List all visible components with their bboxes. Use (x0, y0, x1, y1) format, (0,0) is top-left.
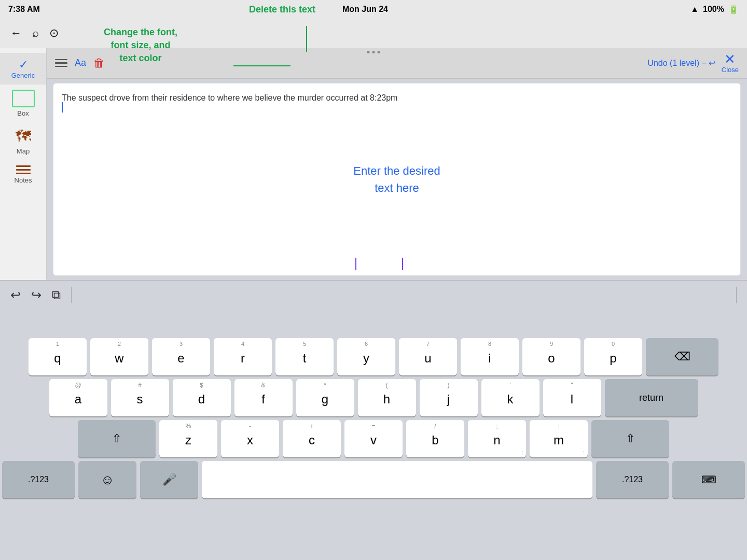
hamburger-line-1 (55, 59, 67, 61)
note-toolbar-left: Aa 🗑 (55, 57, 105, 70)
key-g[interactable]: *g (296, 379, 354, 416)
key-u[interactable]: 7u (399, 338, 457, 375)
dot-1 (367, 51, 370, 53)
key-d[interactable]: $d (173, 379, 231, 416)
sidebar-item-box-label: Box (17, 109, 29, 117)
key-b[interactable]: /b (406, 420, 464, 457)
keyboard-row-1: 1q2w3e4r5t6y7u8i9o0p⌫ (0, 338, 747, 375)
note-existing-text: The suspect drove from their residence t… (62, 92, 732, 104)
box-icon (12, 90, 35, 107)
note-toolbar: Aa 🗑 Undo (1 level) − ↩ ✕ Close (47, 48, 747, 79)
key-m[interactable]: :m: (530, 420, 588, 457)
sidebar-item-map-label: Map (17, 147, 30, 155)
notes-icon (16, 165, 31, 174)
close-button[interactable]: ✕ Close (722, 52, 739, 74)
key-l[interactable]: "l (543, 379, 601, 416)
key-a[interactable]: @a (49, 379, 107, 416)
font-format-button[interactable]: Aa (75, 58, 86, 68)
hamburger-line-2 (55, 62, 67, 64)
undo-button[interactable]: Undo (1 level) − ↩ (647, 58, 715, 68)
shift-left-key[interactable]: ⇧ (78, 420, 156, 457)
note-toolbar-right: Undo (1 level) − ↩ ✕ Close (647, 52, 739, 74)
return-key[interactable]: return (605, 379, 698, 416)
key-r[interactable]: 4r (214, 338, 272, 375)
wifi-icon: ▲ (690, 5, 699, 14)
delete-note-button[interactable]: 🗑 (93, 57, 105, 70)
close-x-icon: ✕ (724, 52, 736, 66)
sidebar-item-map[interactable]: 🗺 Map (0, 122, 46, 160)
delete-key[interactable]: ⌫ (646, 338, 718, 375)
hamburger-button[interactable] (55, 59, 67, 67)
kb-toolbar-divider-2 (736, 287, 737, 303)
undo-icon: ↩ (709, 58, 715, 68)
sidebar-item-box[interactable]: Box (0, 85, 46, 122)
key-f[interactable]: &f (234, 379, 293, 416)
key-i[interactable]: 8i (461, 338, 519, 375)
note-placeholder-text: Enter the desiredtext here (353, 162, 440, 197)
numbers-key-left[interactable]: .?123 (2, 461, 75, 498)
battery-icon: 🔋 (728, 5, 739, 15)
kb-undo-button[interactable]: ↩ (10, 288, 21, 302)
status-bar: 7:38 AM Mon Jun 24 ▲ 100% 🔋 (0, 0, 747, 19)
undo-label: Undo (1 level) − (647, 59, 706, 68)
map-icon: 🗺 (16, 128, 31, 145)
note-content-area[interactable]: The suspect drove from their residence t… (53, 83, 741, 276)
battery-percent: 100% (703, 5, 724, 14)
key-h[interactable]: (h (358, 379, 416, 416)
search-button[interactable]: ⌕ (32, 26, 39, 40)
status-date: Mon Jun 24 (342, 5, 388, 14)
sidebar-item-notes[interactable]: Notes (0, 160, 46, 189)
key-c[interactable]: +c (283, 420, 341, 457)
selection-handle-left (355, 258, 356, 270)
key-x[interactable]: -x (221, 420, 279, 457)
key-n[interactable]: ;n; (468, 420, 526, 457)
dot-3 (378, 51, 380, 53)
selection-handle-right (402, 258, 403, 270)
key-y[interactable]: 6y (337, 338, 395, 375)
keyboard-row-3: ⇧%z-x+c=v/b;n;:m:⇧ (0, 420, 747, 457)
back-button[interactable]: ← (10, 26, 22, 40)
kb-clipboard-button[interactable]: ⧉ (52, 288, 61, 302)
key-v[interactable]: =v (344, 420, 403, 457)
key-o[interactable]: 9o (522, 338, 580, 375)
kb-redo-button[interactable]: ↪ (31, 288, 42, 302)
key-k[interactable]: 'k (481, 379, 540, 416)
keyboard-dismiss-key[interactable]: ⌨ (672, 461, 745, 498)
emoji-key[interactable]: ☺ (78, 461, 136, 498)
more-button[interactable]: ⊙ (49, 26, 59, 40)
text-cursor (62, 102, 63, 113)
keyboard-row-4: .?123☺🎤.?123⌨ (0, 461, 747, 498)
keyboard: 1q2w3e4r5t6y7u8i9o0p⌫ @a#s$d&f*g(h)j'k"l… (0, 309, 747, 560)
status-time: 7:38 AM (8, 5, 40, 14)
dot-2 (372, 51, 375, 53)
sidebar: ✓ Generic Box 🗺 Map Notes (0, 48, 47, 280)
key-p[interactable]: 0p (584, 338, 642, 375)
toolbar-dots-area (367, 37, 380, 66)
check-icon: ✓ (19, 58, 28, 72)
hamburger-line-3 (55, 66, 67, 67)
top-toolbar: ← ⌕ ⊙ (0, 19, 747, 48)
numbers-key-right[interactable]: .?123 (596, 461, 669, 498)
close-label: Close (722, 66, 739, 74)
kb-toolbar-divider-1 (71, 287, 72, 303)
key-j[interactable]: )j (420, 379, 478, 416)
key-z[interactable]: %z (159, 420, 217, 457)
key-t[interactable]: 5t (275, 338, 334, 375)
key-e[interactable]: 3e (152, 338, 210, 375)
sidebar-item-notes-label: Notes (15, 176, 32, 184)
microphone-key[interactable]: 🎤 (140, 461, 198, 498)
shift-right-key[interactable]: ⇧ (591, 420, 669, 457)
key-q[interactable]: 1q (29, 338, 87, 375)
key-w[interactable]: 2w (90, 338, 148, 375)
keyboard-toolbar: ↩ ↪ ⧉ (0, 280, 747, 309)
sidebar-item-generic[interactable]: ✓ Generic (0, 53, 46, 85)
key-s[interactable]: #s (111, 379, 169, 416)
space-key[interactable] (202, 461, 592, 498)
keyboard-row-2: @a#s$d&f*g(h)j'k"lreturn (0, 379, 747, 416)
note-editor: Aa 🗑 Undo (1 level) − ↩ ✕ Close The susp… (47, 48, 747, 280)
sidebar-item-generic-label: Generic (11, 72, 35, 79)
